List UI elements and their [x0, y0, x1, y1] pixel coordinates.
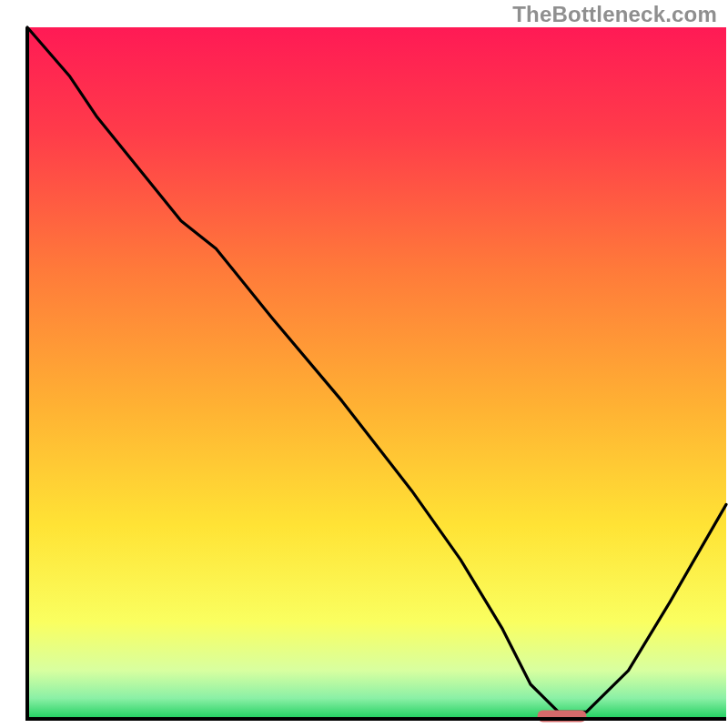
plot-background — [27, 27, 726, 719]
watermark-label: TheBottleneck.com — [512, 2, 717, 27]
bottleneck-chart — [0, 0, 728, 728]
chart-container: TheBottleneck.com — [0, 0, 728, 728]
